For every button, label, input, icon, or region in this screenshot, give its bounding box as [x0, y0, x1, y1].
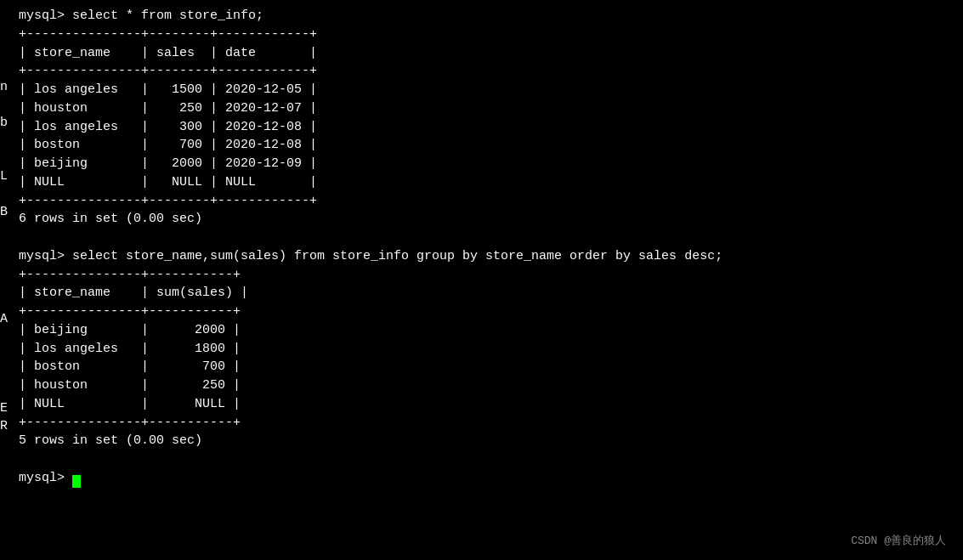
table-header-1: | store_name | sales | date | [19, 44, 953, 63]
table-border-6: +---------------+-----------+ [19, 414, 953, 433]
terminal-content: mysql> select * from store_info; +------… [19, 7, 953, 488]
result-info-2: 5 rows in set (0.00 sec) [19, 432, 953, 450]
table-border-4: +---------------+-----------+ [19, 266, 953, 285]
table-row-1: | los angeles | 1500 | 2020-12-05 | [19, 81, 953, 99]
table-row-8: | los angeles | 1800 | [19, 340, 953, 359]
table-row-9: | boston | 700 | [19, 358, 953, 376]
mysql-prompt[interactable]: mysql> [19, 469, 953, 488]
command-line-2: mysql> select store_name,sum(sales) from… [19, 247, 953, 266]
table-border-1: +---------------+--------+------------+ [19, 25, 953, 44]
command-line-1: mysql> select * from store_info; [19, 7, 953, 25]
table-row-10: | houston | 250 | [19, 376, 953, 395]
blank-line-2 [19, 450, 953, 469]
table-row-2: | houston | 250 | 2020-12-07 | [19, 99, 953, 118]
result-info-1: 6 rows in set (0.00 sec) [19, 210, 953, 229]
table-row-3: | los angeles | 300 | 2020-12-08 | [19, 118, 953, 137]
watermark-text: CSDN @善良的狼人 [851, 534, 946, 550]
table-row-4: | boston | 700 | 2020-12-08 | [19, 136, 953, 155]
cursor-block [72, 475, 81, 488]
table-header-2: | store_name | sum(sales) | [19, 284, 953, 303]
table-border-2: +---------------+--------+------------+ [19, 62, 953, 81]
terminal: n b L B A E R mysql> select * from store… [0, 0, 963, 560]
blank-line-1 [19, 229, 953, 247]
prompt-text: mysql> [19, 471, 72, 485]
table-row-11: | NULL | NULL | [19, 395, 953, 414]
table-row-5: | beijing | 2000 | 2020-12-09 | [19, 155, 953, 173]
table-border-5: +---------------+-----------+ [19, 303, 953, 321]
table-border-3: +---------------+--------+------------+ [19, 192, 953, 211]
table-row-6: | NULL | NULL | NULL | [19, 173, 953, 192]
table-row-7: | beijing | 2000 | [19, 321, 953, 340]
